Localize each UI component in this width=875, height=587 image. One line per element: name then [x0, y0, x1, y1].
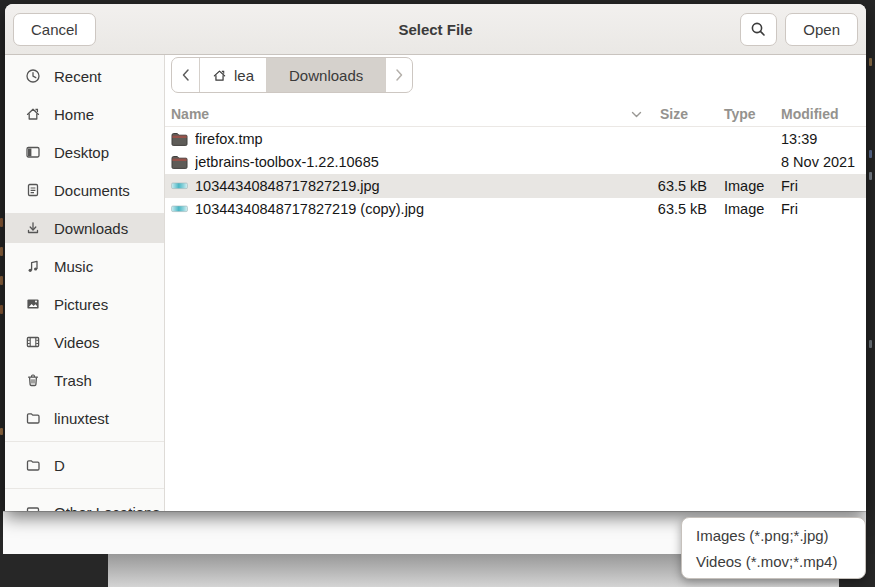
background-fragment — [0, 428, 3, 435]
file-size: 63.5 kB — [652, 178, 716, 194]
pathbar-home-label: lea — [234, 67, 254, 84]
pathbar-current-label: Downloads — [289, 67, 363, 84]
search-icon — [750, 21, 767, 38]
file-browser-pane: lea Downloads — [165, 55, 866, 511]
sidebar-item-other-locations[interactable]: Other Locations — [5, 497, 164, 511]
sort-descending-icon — [631, 111, 642, 118]
filter-option-images[interactable]: Images (*.png;*.jpg) — [682, 523, 865, 548]
screen: Select File Cancel Open — [0, 0, 875, 587]
sidebar-item-label: Videos — [54, 334, 100, 351]
recent-icon — [25, 68, 41, 84]
search-button[interactable] — [740, 13, 777, 46]
file-row-jpg-selected[interactable]: 10344340848717827219.jpg 63.5 kB Image F… — [165, 174, 866, 198]
sidebar-item-desktop[interactable]: Desktop — [5, 137, 164, 167]
background-fragment — [0, 276, 3, 285]
sidebar-item-music[interactable]: Music — [5, 251, 164, 281]
trash-icon — [25, 372, 41, 388]
other-locations-icon — [25, 504, 41, 511]
file-name: 10344340848717827219.jpg — [195, 178, 652, 194]
sidebar-separator — [5, 488, 164, 489]
file-filter-menu: Images (*.png;*.jpg) Videos (*.mov;*.mp4… — [681, 517, 866, 579]
folder-icon — [25, 410, 41, 426]
videos-icon — [25, 334, 41, 350]
pictures-icon — [25, 296, 41, 312]
cancel-button[interactable]: Cancel — [13, 13, 96, 46]
sidebar-item-label: Pictures — [54, 296, 108, 313]
background-fragment — [869, 150, 872, 158]
documents-icon — [25, 182, 41, 198]
chevron-right-icon — [395, 68, 404, 82]
sidebar-item-label: linuxtest — [54, 410, 109, 427]
sidebar-item-label: Other Locations — [54, 504, 160, 512]
pathbar: lea Downloads — [171, 57, 413, 93]
file-type: Image — [716, 201, 773, 217]
image-thumbnail-icon — [171, 205, 195, 213]
file-name: firefox.tmp — [195, 131, 652, 147]
background-fragment — [869, 172, 872, 180]
filter-option-videos[interactable]: Videos (*.mov;*.mp4) — [682, 549, 865, 574]
file-list: firefox.tmp 13:39 jetbrains-toolbox-1 — [165, 127, 866, 511]
pathbar-forward-button[interactable] — [386, 58, 412, 92]
column-name-label: Name — [171, 106, 209, 122]
background-fragment — [0, 305, 3, 314]
sidebar-item-trash[interactable]: Trash — [5, 365, 164, 395]
column-header-type[interactable]: Type — [716, 106, 773, 122]
sidebar-item-d[interactable]: D — [5, 450, 164, 480]
sidebar-item-label: Downloads — [54, 220, 128, 237]
music-icon — [25, 258, 41, 274]
file-type: Image — [716, 178, 773, 194]
headerbar: Select File Cancel Open — [5, 4, 866, 55]
column-header-modified[interactable]: Modified — [773, 106, 866, 122]
background-fragment — [0, 218, 3, 227]
file-row-jetbrains-toolbox[interactable]: jetbrains-toolbox-1.22.10685 8 Nov 2021 — [165, 151, 866, 175]
sidebar-item-label: Home — [54, 106, 94, 123]
sidebar-item-linuxtest[interactable]: linuxtest — [5, 403, 164, 433]
home-icon — [25, 106, 41, 122]
column-header-size[interactable]: Size — [652, 106, 716, 122]
background-fragment — [0, 247, 3, 256]
folder-icon — [171, 155, 195, 169]
file-modified: Fri — [773, 178, 866, 194]
desktop-icon — [25, 144, 41, 160]
folder-icon — [171, 132, 195, 146]
image-thumbnail-icon — [171, 182, 195, 190]
file-chooser-dialog: Select File Cancel Open — [5, 4, 866, 511]
pathbar-segment-home[interactable]: lea — [200, 58, 267, 92]
sidebar-item-label: D — [54, 457, 65, 474]
places-sidebar: Recent Home Desktop — [5, 55, 165, 511]
sidebar-item-label: Documents — [54, 182, 130, 199]
file-size: 63.5 kB — [652, 201, 716, 217]
pathbar-segment-downloads[interactable]: Downloads — [267, 58, 386, 92]
sidebar-item-recent[interactable]: Recent — [5, 61, 164, 91]
file-modified: 13:39 — [773, 131, 866, 147]
sidebar-item-home[interactable]: Home — [5, 99, 164, 129]
chevron-left-icon — [181, 68, 190, 82]
file-name: jetbrains-toolbox-1.22.10685 — [195, 154, 652, 170]
pathbar-row: lea Downloads — [165, 55, 866, 97]
dialog-title: Select File — [5, 21, 866, 38]
open-button[interactable]: Open — [785, 13, 858, 46]
sidebar-item-pictures[interactable]: Pictures — [5, 289, 164, 319]
file-row-firefox-tmp[interactable]: firefox.tmp 13:39 — [165, 127, 866, 151]
sidebar-item-label: Desktop — [54, 144, 109, 161]
downloads-icon — [25, 220, 41, 236]
file-row-jpg-copy[interactable]: 10344340848717827219 (copy).jpg 63.5 kB … — [165, 198, 866, 222]
sidebar-item-downloads[interactable]: Downloads — [5, 213, 164, 243]
sidebar-item-label: Music — [54, 258, 93, 275]
dialog-body: Recent Home Desktop — [5, 55, 866, 511]
background-fragment — [869, 340, 872, 348]
column-header-name[interactable]: Name — [171, 106, 652, 122]
list-column-headers: Name Size Type Modified — [165, 102, 866, 127]
file-modified: 8 Nov 2021 — [773, 154, 866, 170]
folder-icon — [25, 457, 41, 473]
home-icon — [212, 68, 227, 83]
file-name: 10344340848717827219 (copy).jpg — [195, 201, 652, 217]
sidebar-item-label: Recent — [54, 68, 102, 85]
background-fragment — [869, 58, 872, 66]
pathbar-back-button[interactable] — [172, 58, 200, 92]
headerbar-actions: Open — [740, 13, 858, 46]
sidebar-separator — [5, 441, 164, 442]
sidebar-item-videos[interactable]: Videos — [5, 327, 164, 357]
file-modified: Fri — [773, 201, 866, 217]
sidebar-item-documents[interactable]: Documents — [5, 175, 164, 205]
